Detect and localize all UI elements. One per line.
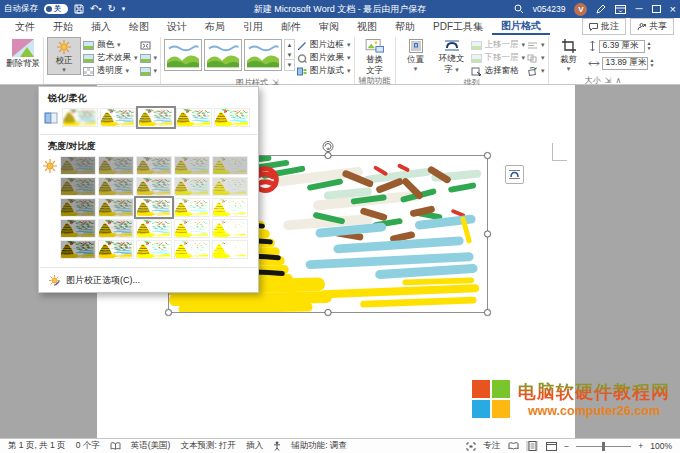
style-thumb-2[interactable] (204, 39, 242, 71)
tab-图片格式[interactable]: 图片格式 (492, 18, 550, 35)
share-button[interactable]: 共享 (630, 18, 674, 35)
tab-引用[interactable]: 引用 (234, 18, 272, 35)
height-stepper[interactable]: ▲▼ (647, 41, 652, 51)
qat-customize-icon[interactable]: ▾ (122, 4, 126, 14)
collapse-ribbon-icon[interactable]: ∧ (615, 76, 621, 85)
tab-审阅[interactable]: 审阅 (310, 18, 348, 35)
tab-布局[interactable]: 布局 (196, 18, 234, 35)
bring-forward-button[interactable]: 上移一层▾ (471, 39, 526, 51)
brightness-thumb-3-0[interactable] (60, 219, 96, 238)
width-value[interactable]: 13.89 厘米 (602, 57, 648, 70)
focus-mode[interactable]: 专注 (483, 440, 500, 452)
sharpen-thumb-4[interactable] (214, 108, 250, 127)
height-value[interactable]: 6.39 厘米 (599, 40, 645, 53)
tab-插入[interactable]: 插入 (82, 18, 120, 35)
brightness-thumb-0-3[interactable] (174, 156, 210, 175)
handle-top-right[interactable] (484, 152, 491, 159)
selection-pane-button[interactable]: 选择窗格 (471, 65, 526, 77)
brightness-thumb-4-3[interactable] (174, 240, 210, 259)
zoom-slider-thumb[interactable] (602, 442, 605, 451)
zoom-level[interactable]: 100% (650, 441, 672, 451)
minimize-button[interactable]: ─ (635, 4, 642, 14)
color-button[interactable]: 颜色▾ (83, 39, 138, 51)
alt-text-button[interactable]: 替换 文字 (358, 37, 392, 75)
search-icon[interactable] (514, 4, 524, 14)
handle-bottom-right[interactable] (484, 309, 491, 316)
close-button[interactable]: × (670, 4, 676, 14)
group-objects-button[interactable]: ▾ (527, 52, 545, 64)
handle-bottom-center[interactable] (325, 309, 332, 316)
insert-mode[interactable]: 插入 (246, 440, 263, 452)
redo-icon[interactable]: ↻ (107, 4, 115, 14)
brightness-thumb-4-0[interactable] (60, 240, 96, 259)
handle-mid-right[interactable] (484, 231, 491, 238)
rotate-button[interactable]: ▾ (527, 65, 545, 77)
sharpen-thumb-0[interactable] (62, 108, 98, 127)
brightness-thumb-2-0[interactable] (60, 198, 96, 217)
brightness-thumb-1-4[interactable] (212, 177, 248, 196)
brightness-thumb-4-2[interactable] (136, 240, 172, 259)
zoom-slider[interactable] (576, 446, 631, 447)
tab-开始[interactable]: 开始 (44, 18, 82, 35)
brightness-thumb-0-1[interactable] (98, 156, 134, 175)
save-icon[interactable] (74, 4, 84, 14)
brightness-thumb-3-4[interactable] (212, 219, 248, 238)
brightness-thumb-1-3[interactable] (174, 177, 210, 196)
print-layout-icon[interactable] (526, 441, 538, 451)
brightness-thumb-2-1[interactable] (98, 198, 134, 217)
style-thumb-1[interactable] (164, 39, 202, 71)
transparency-button[interactable]: 透明度▾ (83, 65, 138, 77)
accessibility-status[interactable]: 辅助功能: 调查 (291, 440, 347, 452)
compress-picture-button[interactable] (140, 39, 158, 51)
brightness-thumb-0-2[interactable] (136, 156, 172, 175)
restore-button[interactable] (652, 5, 661, 13)
tab-邮件[interactable]: 邮件 (272, 18, 310, 35)
zoom-out-button[interactable]: − (564, 441, 569, 451)
send-backward-button[interactable]: 下移一层▾ (471, 52, 526, 64)
brightness-thumb-0-4[interactable] (212, 156, 248, 175)
picture-border-button[interactable]: 图片边框▾ (297, 39, 351, 51)
zoom-in-button[interactable]: + (638, 441, 643, 451)
corrections-button[interactable]: 校正 ▾ (47, 37, 81, 75)
brightness-thumb-1-0[interactable] (60, 177, 96, 196)
sharpen-thumb-1[interactable] (100, 108, 136, 127)
brightness-thumb-3-3[interactable] (174, 219, 210, 238)
brightness-thumb-1-2[interactable] (136, 177, 172, 196)
handle-top-center[interactable] (325, 152, 332, 159)
brightness-thumb-4-4[interactable] (212, 240, 248, 259)
brightness-thumb-0-0[interactable] (60, 156, 96, 175)
tab-PDF工具集[interactable]: PDF工具集 (424, 18, 492, 35)
picture-layout-button[interactable]: 图片版式▾ (297, 65, 351, 77)
text-prediction[interactable]: 文本预测: 打开 (180, 440, 236, 452)
tab-设计[interactable]: 设计 (158, 18, 196, 35)
web-layout-icon[interactable] (545, 441, 557, 451)
artistic-effects-button[interactable]: 艺术效果▾ (83, 52, 138, 64)
language-indicator[interactable]: 英语(美国) (131, 440, 171, 452)
tab-帮助[interactable]: 帮助 (386, 18, 424, 35)
sharpen-thumb-2[interactable] (138, 108, 174, 127)
align-button[interactable]: ▾ (527, 39, 545, 51)
brightness-thumb-1-1[interactable] (98, 177, 134, 196)
brightness-thumb-3-2[interactable] (136, 219, 172, 238)
change-picture-button[interactable]: ▾ (140, 52, 158, 64)
gallery-up-arrow[interactable]: ▲ (285, 40, 294, 50)
proofing-icon[interactable] (110, 442, 121, 451)
reset-picture-button[interactable]: ▾ (140, 65, 158, 77)
brightness-thumb-2-2[interactable] (136, 198, 172, 217)
remove-background-button[interactable]: 删除背景 (6, 37, 40, 75)
read-mode-icon[interactable] (507, 441, 519, 451)
width-stepper[interactable]: ▲▼ (650, 58, 655, 68)
position-button[interactable]: 位置 ▾ (399, 37, 433, 75)
brightness-thumb-2-3[interactable] (174, 198, 210, 217)
avatar[interactable]: V (574, 3, 587, 16)
tab-绘图[interactable]: 绘图 (120, 18, 158, 35)
autosave-toggle[interactable]: 关 (44, 4, 68, 14)
brightness-thumb-3-1[interactable] (98, 219, 134, 238)
brightness-thumb-2-4[interactable] (212, 198, 248, 217)
ink-pen-icon[interactable] (596, 4, 606, 14)
shape-height-field[interactable]: 6.39 厘米 ▲▼ (588, 39, 655, 53)
tab-文件[interactable]: 文件 (6, 18, 44, 35)
tab-视图[interactable]: 视图 (348, 18, 386, 35)
style-thumb-3[interactable] (244, 39, 282, 71)
sharpen-thumb-3[interactable] (176, 108, 212, 127)
